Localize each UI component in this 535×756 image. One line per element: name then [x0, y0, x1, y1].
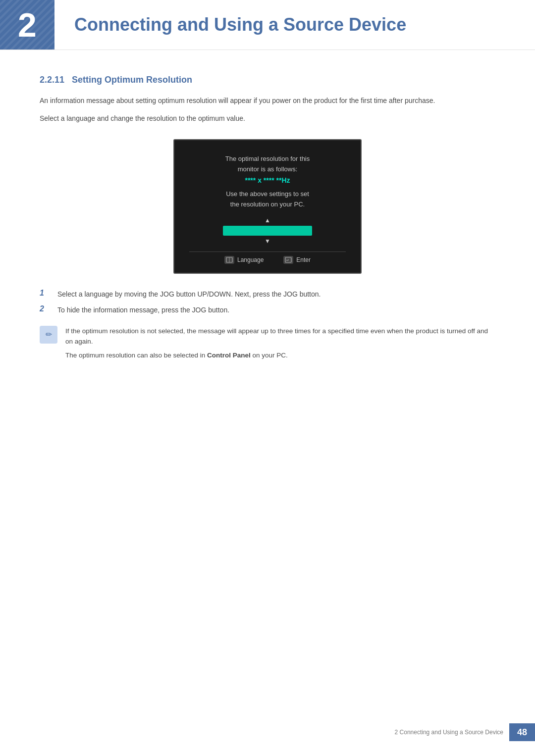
step-2-text: To hide the information message, press t… — [57, 304, 229, 315]
language-label: Language — [237, 256, 264, 263]
section-number: 2.2.11 — [40, 75, 64, 85]
step-1: 1 Select a language by moving the JOG bu… — [40, 289, 495, 300]
footer-page-number: 48 — [509, 723, 535, 741]
note-icon — [40, 326, 57, 344]
note-line-2: The optimum resolution can also be selec… — [65, 350, 495, 361]
section-title: Setting Optimum Resolution — [72, 75, 192, 85]
enter-label: Enter — [296, 256, 311, 263]
main-content: 2.2.11 Setting Optimum Resolution An inf… — [0, 50, 535, 413]
header-title-area: Connecting and Using a Source Device — [54, 0, 535, 50]
monitor-resolution: **** x **** **Hz — [189, 176, 346, 184]
section-heading: 2.2.11 Setting Optimum Resolution — [40, 75, 495, 85]
step-1-text: Select a language by moving the JOG butt… — [57, 289, 321, 300]
arrow-up: ▲ — [189, 217, 346, 224]
note-line-2-after: on your PC. — [251, 352, 288, 359]
step-2: 2 To hide the information message, press… — [40, 304, 495, 315]
page-footer: 2 Connecting and Using a Source Device 4… — [395, 723, 535, 741]
note-line-2-bold: Control Panel — [207, 352, 251, 359]
page-header: 2 Connecting and Using a Source Device — [0, 0, 535, 50]
note-line-1: If the optimum resolution is not selecte… — [65, 326, 495, 347]
language-button: Language — [224, 256, 264, 264]
chapter-number-block: 2 — [0, 0, 54, 50]
arrow-down: ▼ — [189, 238, 346, 245]
chapter-title: Connecting and Using a Source Device — [74, 14, 406, 35]
step-1-number: 1 — [40, 289, 50, 298]
monitor-illustration: The optimal resolution for this monitor … — [40, 139, 495, 274]
footer-chapter-label: 2 Connecting and Using a Source Device — [395, 729, 509, 736]
note-content: If the optimum resolution is not selecte… — [65, 326, 495, 364]
selection-bar — [223, 226, 312, 236]
monitor-footer: Language ↵ Enter — [189, 252, 346, 264]
monitor-line1: The optimal resolution for this monitor … — [189, 154, 346, 175]
enter-icon: ↵ — [283, 256, 293, 264]
note-box: If the optimum resolution is not selecte… — [40, 326, 495, 364]
enter-button: ↵ Enter — [283, 256, 311, 264]
intro-paragraph-2: Select a language and change the resolut… — [40, 113, 495, 124]
note-line-2-before: The optimum resolution can also be selec… — [65, 352, 207, 359]
steps-list: 1 Select a language by moving the JOG bu… — [40, 289, 495, 316]
monitor-line3: Use the above settings to set the resolu… — [189, 189, 346, 210]
intro-paragraph-1: An information message about setting opt… — [40, 95, 495, 106]
chapter-number: 2 — [18, 5, 37, 44]
step-2-number: 2 — [40, 304, 50, 313]
language-icon — [224, 256, 234, 264]
monitor-screen: The optimal resolution for this monitor … — [173, 139, 362, 274]
svg-text:↵: ↵ — [286, 258, 289, 262]
